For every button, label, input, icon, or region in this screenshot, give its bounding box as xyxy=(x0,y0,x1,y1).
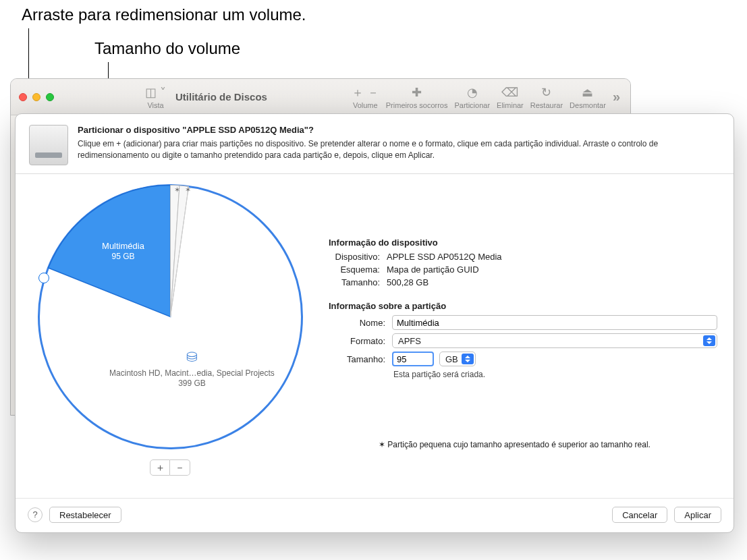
toolbar-first-aid-label: Primeiros socorros xyxy=(386,101,448,109)
toolbar-restore-label: Restaurar xyxy=(530,101,563,109)
footnote: ✶ Partição pequena cujo tamanho apresent… xyxy=(379,440,717,449)
dialog-footer: ? Restabelecer Cancelar Aplicar xyxy=(16,498,734,532)
size-unit-select[interactable]: GB xyxy=(439,352,476,366)
toolbar-view-label: Vista xyxy=(147,101,163,109)
pie-slice-size: 399 GB xyxy=(105,379,280,389)
overflow-icon[interactable]: » xyxy=(613,89,622,105)
partition-pie[interactable]: ✶ ✶ Multimédia 95 GB ⛁ Macintosh HD, Mac… xyxy=(32,184,308,493)
small-partition-markers: ✶ ✶ xyxy=(174,186,192,194)
toolbar-volume[interactable]: ＋ － Volume xyxy=(352,85,379,109)
pie-slice-size: 95 GB xyxy=(80,252,167,262)
size-label: Tamanho: xyxy=(329,277,387,287)
remove-partition-button[interactable]: － xyxy=(170,459,190,476)
size-value: 500,28 GB xyxy=(387,277,428,287)
pie-slice-name: Multimédia xyxy=(80,241,167,252)
dialog-title: Particionar o dispositivo "APPLE SSD AP0… xyxy=(78,125,698,135)
format-label: Formato: xyxy=(329,336,387,346)
partition-hint: Esta partição será criada. xyxy=(393,370,717,379)
toolbar-partition[interactable]: ◔ Particionar xyxy=(454,85,490,109)
restore-icon: ↻ xyxy=(541,85,551,100)
pie-chart[interactable] xyxy=(37,184,304,450)
window-controls[interactable] xyxy=(19,93,54,101)
toolbar-restore[interactable]: ↻ Restaurar xyxy=(530,85,563,109)
chevron-updown-icon xyxy=(703,335,715,346)
cancel-button[interactable]: Cancelar xyxy=(612,507,667,523)
stethoscope-icon: ✚ xyxy=(412,85,422,100)
minimize-icon[interactable] xyxy=(32,93,40,101)
device-value: APPLE SSD AP0512Q Media xyxy=(387,252,502,262)
toolbar-erase-label: Eliminar xyxy=(497,101,524,109)
volume-icon: ⛁ xyxy=(105,349,280,366)
toolbar-view[interactable]: ◫ ˅ Vista xyxy=(145,85,166,109)
pie-icon: ◔ xyxy=(467,85,478,100)
pie-slice-selected[interactable]: Multimédia 95 GB xyxy=(80,241,167,262)
toolbar-erase[interactable]: ⌫ Eliminar xyxy=(497,85,524,109)
plus-minus-icon: ＋ － xyxy=(352,85,379,100)
zoom-icon[interactable] xyxy=(46,93,54,101)
scheme-value: Mapa de partição GUID xyxy=(387,264,479,275)
format-select[interactable]: APFS xyxy=(392,333,717,348)
device-label: Dispositivo: xyxy=(329,252,387,262)
reset-button[interactable]: Restabelecer xyxy=(49,507,121,523)
eject-icon: ⏏ xyxy=(582,85,593,100)
drive-icon xyxy=(29,125,68,165)
callout-volume-size: Tamanho do volume xyxy=(94,39,240,58)
close-icon[interactable] xyxy=(19,93,27,101)
toolbar-partition-label: Particionar xyxy=(454,101,490,109)
scheme-label: Esquema: xyxy=(329,264,387,275)
apply-button[interactable]: Aplicar xyxy=(674,507,721,523)
help-button[interactable]: ? xyxy=(28,507,43,522)
add-partition-button[interactable]: ＋ xyxy=(150,459,170,476)
toolbar-unmount-label: Desmontar xyxy=(570,101,606,109)
titlebar: ◫ ˅ Vista Utilitário de Discos ＋ － Volum… xyxy=(11,79,630,115)
resize-handle[interactable] xyxy=(38,273,49,283)
pie-slice-rest[interactable]: ⛁ Macintosh HD, Macint…edia, Special Pro… xyxy=(105,349,280,389)
dialog-description: Clique em + (adicionar) para criar mais … xyxy=(78,138,698,162)
callout-drag-resize: Arraste para redimensionar um volume. xyxy=(22,5,306,24)
toolbar-first-aid[interactable]: ✚ Primeiros socorros xyxy=(386,85,448,109)
partition-size-input[interactable] xyxy=(392,352,434,366)
device-info-heading: Informação do dispositivo xyxy=(329,237,717,248)
toolbar-volume-label: Volume xyxy=(353,101,378,109)
erase-icon: ⌫ xyxy=(501,85,518,100)
partition-name-input[interactable] xyxy=(392,315,717,330)
dialog-header: Particionar o dispositivo "APPLE SSD AP0… xyxy=(16,114,734,174)
pie-slice-name: Macintosh HD, Macint…edia, Special Proje… xyxy=(105,368,280,379)
format-value: APFS xyxy=(398,336,421,346)
partition-dialog: Particionar o dispositivo "APPLE SSD AP0… xyxy=(15,113,734,533)
size-unit-value: GB xyxy=(445,354,458,364)
partition-size-label: Tamanho: xyxy=(329,354,387,364)
partition-info-heading: Informação sobre a partição xyxy=(329,301,717,311)
name-label: Nome: xyxy=(329,318,387,328)
sidebar-icon: ◫ ˅ xyxy=(145,85,166,100)
app-title: Utilitário de Discos xyxy=(175,91,267,103)
chevron-updown-icon xyxy=(462,354,474,364)
toolbar-unmount[interactable]: ⏏ Desmontar xyxy=(570,85,606,109)
